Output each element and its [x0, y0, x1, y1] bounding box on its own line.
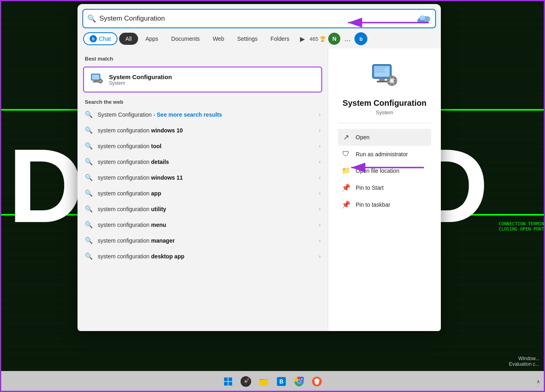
web-item-6[interactable]: 🔍 system configuration utility ›: [78, 201, 328, 217]
web-item-2[interactable]: 🔍 system configuration tool ›: [78, 138, 328, 154]
search-input[interactable]: [99, 15, 415, 23]
app-detail-name: System Configuration: [343, 99, 427, 108]
taskbar-start[interactable]: [220, 374, 236, 389]
svg-rect-13: [100, 79, 101, 80]
web-item-5[interactable]: 🔍 system configuration app ›: [78, 185, 328, 201]
search-icon-5: 🔍: [85, 189, 93, 197]
action-open-location[interactable]: 📁 Open file location: [338, 162, 431, 179]
taskbar-chrome[interactable]: B: [291, 374, 307, 389]
tab-folders[interactable]: Folders: [265, 34, 295, 44]
web-item-3[interactable]: 🔍 system configuration details ›: [78, 154, 328, 170]
tab-all[interactable]: All: [119, 33, 138, 45]
web-item-4[interactable]: 🔍 system configuration windows 11 ›: [78, 170, 328, 185]
search-icon-3: 🔍: [85, 158, 93, 166]
chat-icon: b: [90, 35, 97, 42]
svg-point-12: [100, 80, 101, 82]
taskbar: B B ∧: [0, 371, 545, 392]
web-item-0[interactable]: 🔍 System Configuration - See more search…: [78, 107, 328, 122]
svg-rect-15: [99, 81, 100, 82]
search-icon-8: 🔍: [85, 237, 93, 244]
search-icon-1: 🔍: [85, 126, 93, 134]
action-open-location-label: Open file location: [356, 168, 399, 174]
svg-point-3: [419, 15, 425, 20]
svg-text:B: B: [279, 378, 283, 385]
web-item-7[interactable]: 🔍 system configuration menu ›: [78, 217, 328, 233]
action-open-label: Open: [356, 134, 369, 140]
more-button[interactable]: ...: [342, 33, 353, 45]
chevron-icon-4: ›: [319, 175, 321, 180]
watermark: Window... Evaluation c...: [509, 356, 539, 367]
svg-point-53: [298, 380, 301, 383]
folder-icon: 📁: [341, 166, 351, 175]
chevron-icon-2: ›: [319, 143, 321, 149]
pin-taskbar-icon: 📌: [341, 200, 351, 209]
taskbar-brave[interactable]: [309, 374, 325, 389]
web-item-text-1: system configuration windows 10: [98, 127, 314, 134]
shield-icon: 🛡: [341, 150, 351, 158]
svg-rect-29: [394, 80, 396, 82]
tab-web[interactable]: Web: [207, 34, 230, 44]
svg-rect-14: [100, 82, 101, 83]
svg-rect-39: [228, 382, 232, 386]
search-icon-7: 🔍: [85, 221, 93, 228]
search-panel: 🔍 b Chat All Apps: [78, 4, 441, 331]
play-button[interactable]: ▶: [297, 34, 308, 44]
svg-rect-9: [94, 80, 98, 82]
filter-tabs: b Chat All Apps Documents Web Settings F…: [78, 28, 441, 48]
chevron-icon-1: ›: [319, 128, 321, 133]
bing-icon[interactable]: b: [354, 32, 367, 45]
tab-apps[interactable]: Apps: [140, 34, 164, 44]
app-icon-syscfg: [90, 72, 104, 87]
action-run-admin-label: Run as administrator: [356, 151, 408, 157]
chevron-icon-8: ›: [319, 238, 321, 243]
count-badge: 465 🏆: [310, 36, 327, 42]
detail-divider: [338, 123, 431, 123]
chevron-icon-0: ›: [319, 112, 321, 117]
web-item-text-7: system configuration menu: [98, 222, 314, 228]
search-icon-6: 🔍: [85, 205, 93, 213]
app-detail-icon: [369, 61, 401, 93]
tab-chat[interactable]: b Chat: [83, 32, 117, 45]
taskbar-vinyl[interactable]: [238, 374, 254, 389]
taskbar-files[interactable]: [256, 374, 271, 389]
svg-rect-21: [375, 71, 386, 72]
best-match-item[interactable]: System Configuration System: [83, 67, 322, 92]
search-icon-4: 🔍: [85, 174, 93, 181]
tab-documents[interactable]: Documents: [166, 34, 205, 44]
d-letter-left: D: [8, 133, 84, 238]
tab-settings[interactable]: Settings: [231, 34, 263, 44]
chevron-icon-7: ›: [319, 222, 321, 228]
svg-rect-38: [224, 382, 228, 386]
main-content: Best match: [78, 48, 441, 331]
chevron-icon-3: ›: [319, 159, 321, 165]
action-pin-taskbar[interactable]: 📌 Pin to taskbar: [338, 196, 431, 213]
svg-rect-28: [387, 80, 390, 82]
web-item-8[interactable]: 🔍 system configuration manager ›: [78, 233, 328, 248]
trophy-icon: 🏆: [319, 36, 327, 42]
best-match-label: Best match: [78, 53, 328, 64]
web-section-label: Search the web: [78, 95, 328, 107]
svg-rect-26: [391, 76, 393, 78]
search-bar-container: 🔍: [82, 9, 436, 28]
svg-text:🏆: 🏆: [319, 36, 326, 42]
action-pin-start[interactable]: 📌 Pin to Start: [338, 179, 431, 196]
web-item-text-2: system configuration tool: [98, 143, 314, 149]
action-pin-start-label: Pin to Start: [356, 184, 384, 191]
web-item-9[interactable]: 🔍 system configuration desktop app ›: [78, 248, 328, 264]
svg-rect-20: [375, 69, 384, 70]
web-item-text-5: system configuration app: [98, 190, 314, 197]
web-item-text-9: system configuration desktop app: [98, 253, 314, 260]
action-open[interactable]: ↗ Open: [338, 129, 431, 146]
search-icon: 🔍: [87, 14, 96, 23]
web-item-text-4: system configuration windows 11: [98, 174, 314, 181]
web-item-1[interactable]: 🔍 system configuration windows 10 ›: [78, 122, 328, 138]
taskbar-chevron[interactable]: ∧: [535, 377, 542, 386]
svg-point-42: [245, 381, 247, 382]
svg-rect-37: [228, 377, 232, 381]
svg-rect-22: [379, 78, 385, 81]
web-item-text-3: system configuration details: [98, 159, 314, 165]
chevron-icon-6: ›: [319, 206, 321, 212]
action-run-admin[interactable]: 🛡 Run as administrator: [338, 146, 431, 162]
taskbar-store[interactable]: B: [274, 374, 289, 389]
n-avatar: N: [328, 33, 340, 45]
